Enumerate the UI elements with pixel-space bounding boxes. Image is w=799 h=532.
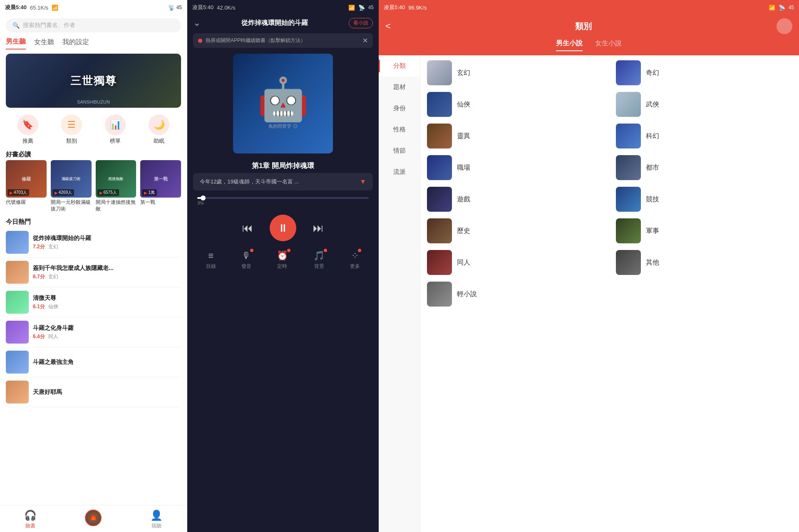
tab-settings[interactable]: 我的設定 <box>62 38 89 49</box>
section-hot: 今日熱門 <box>0 215 187 228</box>
speed-3: 96.9K/s <box>408 5 427 11</box>
nav-audiobook[interactable]: 🎧 聽書 <box>24 510 37 530</box>
hot-item-3[interactable]: 斗羅之化身斗蘿 6.4分 同人 <box>6 317 181 347</box>
sidebar-item-classification[interactable]: 分類 <box>379 55 420 77</box>
user-avatar[interactable] <box>777 18 792 34</box>
book-badge-0: ▶ 4703人 <box>7 189 29 196</box>
hot-item-1[interactable]: 簽到千年我怎麼成人族隱藏老... 6.7分 玄幻 <box>6 257 181 287</box>
genre-youxi[interactable]: 遊戲 <box>427 187 603 212</box>
action-background[interactable]: 🎵 背景 <box>313 250 325 270</box>
book-card-0[interactable]: 修羅 ▶ 4703人 代號修羅 <box>6 160 47 212</box>
next-button[interactable]: ⏭ <box>313 222 324 235</box>
genre-lishi[interactable]: 歷史 <box>427 218 603 243</box>
action-playlist[interactable]: ≡ 目錄 <box>206 250 216 270</box>
genre-xuanhuan[interactable]: 玄幻 <box>427 60 603 85</box>
hot-item-4[interactable]: 斗羅之最強主角 <box>6 347 181 377</box>
action-recommend[interactable]: 🔖 推薦 <box>17 114 38 145</box>
signal-icon-1: 📶 <box>52 5 58 11</box>
genre-thumb-lishi <box>427 218 452 243</box>
category-header: < 類別 <box>379 15 799 39</box>
hot-title-0: 從炸掉魂環開始的斗羅 <box>33 235 181 242</box>
recommend-label: 推薦 <box>22 137 33 145</box>
genre-thumb-qihuan <box>616 60 641 85</box>
sidebar-item-genre[interactable]: 流派 <box>379 161 420 183</box>
time-1: 凌晨5:40 <box>5 4 27 11</box>
nav-featured[interactable]: 🍁 <box>85 510 102 530</box>
tab-female[interactable]: 女生聽 <box>34 38 54 49</box>
genre-dushi[interactable]: 都市 <box>616 155 792 180</box>
genre-jingji[interactable]: 競技 <box>616 187 792 212</box>
sidebar-item-identity[interactable]: 身份 <box>379 98 420 119</box>
genre-junshi[interactable]: 軍事 <box>616 218 792 243</box>
search-bar[interactable]: 🔍 搜索熱門書名、作者 <box>6 18 181 32</box>
action-more[interactable]: ⁘ 更多 <box>350 250 360 270</box>
action-ranking[interactable]: 📊 榜單 <box>105 114 126 145</box>
tab-female-novel[interactable]: 女生小說 <box>595 39 622 51</box>
hot-info-5: 天唐好耶馬 <box>33 381 181 403</box>
battery-icon-1: 45 <box>176 5 182 10</box>
genre-thumb-junshi <box>616 218 641 243</box>
panel-player: 凌晨5:40 42.0K/s 📶 📡 45 ⌄ 從炸掉魂環開始的斗羅 看小說 熱… <box>187 0 379 532</box>
genre-tongren[interactable]: 同人 <box>427 250 603 275</box>
genre-name-qingxiao: 輕小說 <box>457 290 477 299</box>
action-timer[interactable]: ⏰ 定時 <box>277 250 288 270</box>
ad-close-button[interactable]: ✕ <box>362 37 368 45</box>
book-badge-1: ▶ 4269人 <box>52 189 74 196</box>
tab-male[interactable]: 男生聽 <box>6 37 26 49</box>
player-back-button[interactable]: ⌄ <box>193 17 201 28</box>
hot-cover-3 <box>6 321 29 344</box>
speed-1: 65.1K/s <box>30 5 48 11</box>
genre-wuxia[interactable]: 武俠 <box>616 92 792 117</box>
category-back-button[interactable]: < <box>385 21 391 32</box>
action-voice[interactable]: 🎙 發音 <box>241 250 251 270</box>
album-art-inner: 🤖 魚的同音字 ◎ <box>233 54 333 153</box>
hot-item-0[interactable]: 從炸掉魂環開始的斗羅 7.2分 玄幻 <box>6 228 181 257</box>
tab-male-novel[interactable]: 男生小說 <box>556 39 583 51</box>
sidebar-item-plot[interactable]: 情節 <box>379 140 420 161</box>
genre-linyi[interactable]: 靈異 <box>427 124 603 148</box>
sidebar-item-theme[interactable]: 題材 <box>379 77 420 98</box>
book-count-0: 4703人 <box>14 190 27 195</box>
ad-text: 熱屏或關閉APP時繼續聽書（點擊解鎖方法） <box>206 37 359 44</box>
book-card-3[interactable]: 第一戰 ▶ 1萬 第一戰 <box>140 160 181 212</box>
voice-icon: 🎙 <box>242 250 251 261</box>
book-card-1[interactable]: 滿級拔刀術 ▶ 4269人 開局一元秒殺滿級拔刀術 <box>51 160 92 212</box>
time-2: 凌晨5:40 <box>192 4 213 11</box>
hot-info-1: 簽到千年我怎麼成人族隱藏老... 6.7分 玄幻 <box>33 261 181 284</box>
book-badge-2: ▶ 6575人 <box>97 189 119 196</box>
hot-item-2[interactable]: 清微天尊 6.1分 仙俠 <box>6 287 181 317</box>
chapter-title: 第1章 開局炸掉魂環 <box>187 157 379 173</box>
genre-xianxia[interactable]: 仙俠 <box>427 92 603 117</box>
prev-button[interactable]: ⏮ <box>242 222 253 235</box>
action-sleep[interactable]: 🌙 助眠 <box>149 114 169 145</box>
ad-banner: 熱屏或關閉APP時繼續聽書（點擊解鎖方法） ✕ <box>193 33 373 48</box>
action-category[interactable]: ☰ 類別 <box>61 114 82 145</box>
genre-name-xuanhuan: 玄幻 <box>457 69 470 77</box>
play-icon-3: ▶ <box>144 191 147 195</box>
genre-qihuan[interactable]: 奇幻 <box>616 60 792 85</box>
nav-my-listen[interactable]: 👤 我聽 <box>150 510 163 530</box>
genre-thumb-youxi <box>427 187 452 212</box>
category-sidebar: 分類 題材 身份 性格 情節 流派 <box>379 55 420 532</box>
category-content: 分類 題材 身份 性格 情節 流派 玄幻 奇幻 仙俠 武俠 <box>379 55 799 532</box>
home-banner[interactable]: 三世獨尊 SANSHIBUZUN <box>6 54 181 108</box>
genre-zhichang[interactable]: 職場 <box>427 155 603 180</box>
sidebar-item-personality[interactable]: 性格 <box>379 119 420 140</box>
genre-kehuan[interactable]: 科幻 <box>616 124 792 148</box>
ad-dot <box>198 39 202 43</box>
play-pause-button[interactable]: ⏸ <box>270 215 296 241</box>
album-mecha: 🤖 <box>257 78 309 120</box>
book-card-2[interactable]: 然後無敵 ▶ 6575人 開局十連抽然後無敵 <box>96 160 136 212</box>
genre-qingxiao[interactable]: 輕小說 <box>427 282 603 307</box>
background-icon: 🎵 <box>313 250 325 261</box>
read-novel-button[interactable]: 看小說 <box>349 18 373 28</box>
hot-genre-3: 同人 <box>48 333 58 340</box>
speed-2: 42.0K/s <box>217 5 235 11</box>
lyric-preview[interactable]: 今年12歲，19級魂師，天斗帝國一名富 ... ▼ <box>193 173 373 191</box>
hot-item-5[interactable]: 天唐好耶馬 <box>6 377 181 407</box>
genre-qita[interactable]: 其他 <box>616 250 792 275</box>
wifi-icon-3: 📡 <box>779 5 785 11</box>
progress-bar[interactable] <box>197 197 369 199</box>
hot-info-0: 從炸掉魂環開始的斗羅 7.2分 玄幻 <box>33 231 181 254</box>
progress-thumb[interactable] <box>201 195 206 200</box>
